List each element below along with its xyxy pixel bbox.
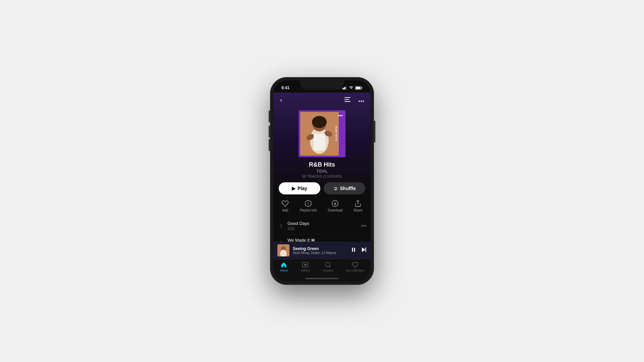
download-label: Download [328,208,342,212]
status-time: 9:41 [281,85,289,90]
nav-collection[interactable]: My Collection [346,261,364,272]
phone-frame: 9:41 [270,77,374,285]
nav-videos-label: Videos [301,269,310,272]
icon-row: Add Playlist Info Down [273,200,371,218]
album-more-dots[interactable]: ••• [338,113,343,118]
battery-icon [355,86,363,90]
explicit-badge: M [311,239,315,242]
now-playing-controls [351,247,367,254]
now-playing-title: Seeing Green [293,246,347,251]
menu-button[interactable] [343,95,352,105]
track-details-1: Good Days SZA [285,221,361,231]
track-item-1[interactable]: 1 Good Days SZA ••• [277,218,367,234]
phone-screen: 9:41 [273,80,371,282]
album-image [300,112,339,156]
play-button[interactable]: ▶ Play [279,182,320,194]
playlist-curator: TIDAL [279,169,365,174]
download-icon [331,200,339,207]
svg-point-16 [312,116,327,128]
svg-rect-1 [343,87,344,89]
album-art: R&B HITS ••• [299,110,345,157]
nav-explore[interactable]: Explore [323,261,333,272]
next-button[interactable] [361,247,367,254]
track-info: R&B Hits TIDAL 50 TRACKS (2 HOURS) [273,161,371,182]
svg-line-36 [329,266,331,267]
now-playing-bar[interactable]: Seeing Green Nicki Minaj, Drake, Lil Way… [273,242,371,259]
svg-rect-3 [345,86,346,89]
explore-icon [325,261,331,268]
track-name-2: We Made It M [287,238,358,242]
signal-icon [342,86,347,89]
svg-point-12 [363,101,364,102]
nav-home-label: Home [280,269,288,272]
nav-videos[interactable]: Videos [301,261,310,272]
home-indicator [273,276,371,282]
svg-rect-0 [342,88,343,89]
next-icon [361,247,367,253]
svg-point-10 [359,101,360,102]
svg-rect-2 [344,87,345,89]
svg-point-11 [361,101,362,102]
nav-explore-label: Explore [323,269,333,272]
track-item-2[interactable]: 2 We Made It M H.E.R. ••• [277,234,367,242]
bottom-nav: Home Videos Explore My Co [273,259,371,276]
svg-rect-7 [344,97,351,98]
wifi-icon [349,86,354,89]
more-icon [359,101,364,102]
playlist-title: R&B Hits [279,161,365,168]
svg-rect-5 [362,87,362,88]
add-button[interactable]: Add [281,200,289,212]
add-label: Add [282,208,288,212]
status-icons [342,86,363,90]
album-section: R&B HITS ••• [273,108,371,161]
back-button[interactable]: ‹ [279,95,283,105]
share-label: Share [354,208,363,212]
svg-rect-19 [314,134,325,150]
home-bar [305,278,339,279]
svg-rect-9 [344,101,351,102]
svg-rect-6 [356,87,361,89]
notch [300,80,344,90]
app-content: ‹ [273,93,371,259]
home-icon [280,261,287,268]
svg-rect-8 [344,99,349,100]
shuffle-icon [333,186,338,191]
now-playing-info: Seeing Green Nicki Minaj, Drake, Lil Way… [293,246,347,255]
track-details-2: We Made It M H.E.R. [285,238,361,242]
svg-point-35 [325,262,330,267]
svg-marker-34 [305,264,307,266]
download-button[interactable]: Download [328,200,342,212]
album-label: R&B HITS [335,126,338,141]
share-icon [354,200,362,207]
collection-icon [352,261,359,268]
track-name-1: Good Days [287,221,358,226]
now-playing-thumbnail [277,244,289,256]
play-icon: ▶ [292,186,296,191]
menu-icon [344,97,351,102]
heart-icon [281,200,289,207]
playlist-info-button[interactable]: Playlist Info [300,200,317,212]
share-button[interactable]: Share [354,200,363,212]
svg-rect-32 [365,247,366,252]
track-list: 1 Good Days SZA ••• 2 We Made It M [273,218,371,242]
pause-icon [351,247,357,253]
svg-marker-31 [362,247,366,252]
videos-icon [302,261,309,268]
action-buttons: ▶ Play Shuffle [273,182,371,200]
shuffle-button[interactable]: Shuffle [324,182,365,194]
header: ‹ [273,93,371,108]
svg-rect-29 [352,248,353,252]
track-more-1[interactable]: ••• [361,223,367,229]
info-icon [305,200,312,207]
track-number-1: 1 [277,223,285,228]
nav-collection-label: My Collection [346,269,364,272]
status-bar: 9:41 [273,80,371,93]
nav-home[interactable]: Home [280,261,288,272]
now-playing-artist: Nicki Minaj, Drake, Lil Wayne [293,251,347,255]
track-artist-1: SZA [287,227,358,231]
playlist-meta: 50 TRACKS (2 HOURS) [279,174,365,178]
pause-button[interactable] [351,247,357,254]
more-button[interactable] [357,95,365,105]
svg-rect-30 [354,248,355,252]
artist-image [300,112,339,156]
